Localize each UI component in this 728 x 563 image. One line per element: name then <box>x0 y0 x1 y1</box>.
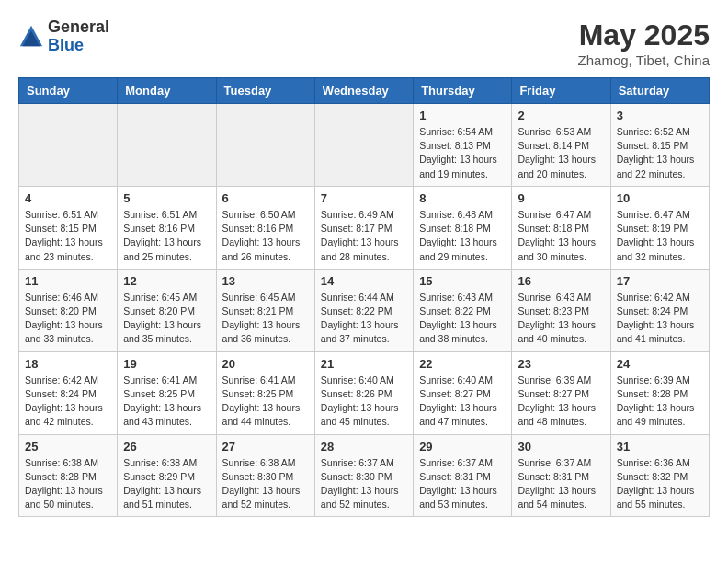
calendar-cell: 19Sunrise: 6:41 AMSunset: 8:25 PMDayligh… <box>118 351 216 434</box>
calendar-cell: 10Sunrise: 6:47 AMSunset: 8:19 PMDayligh… <box>610 186 709 269</box>
calendar-cell: 2Sunrise: 6:53 AMSunset: 8:14 PMDaylight… <box>512 104 610 187</box>
calendar-cell: 27Sunrise: 6:38 AMSunset: 8:30 PMDayligh… <box>216 434 314 517</box>
day-info: Sunrise: 6:49 AMSunset: 8:17 PMDaylight:… <box>321 208 407 264</box>
day-info: Sunrise: 6:43 AMSunset: 8:23 PMDaylight:… <box>518 291 604 347</box>
calendar-cell: 1Sunrise: 6:54 AMSunset: 8:13 PMDaylight… <box>414 104 512 187</box>
calendar-week-4: 18Sunrise: 6:42 AMSunset: 8:24 PMDayligh… <box>19 351 710 434</box>
calendar-cell: 29Sunrise: 6:37 AMSunset: 8:31 PMDayligh… <box>414 434 512 517</box>
calendar-cell <box>19 104 118 187</box>
day-number: 20 <box>222 357 309 371</box>
calendar-cell: 30Sunrise: 6:37 AMSunset: 8:31 PMDayligh… <box>512 434 610 517</box>
day-info: Sunrise: 6:44 AMSunset: 8:22 PMDaylight:… <box>321 291 407 347</box>
day-number: 29 <box>419 440 506 454</box>
logo-icon <box>18 24 44 50</box>
calendar-cell: 9Sunrise: 6:47 AMSunset: 8:18 PMDaylight… <box>512 186 610 269</box>
day-number: 14 <box>321 274 407 288</box>
calendar-cell: 23Sunrise: 6:39 AMSunset: 8:27 PMDayligh… <box>512 351 610 434</box>
day-number: 5 <box>123 191 210 205</box>
header-friday: Friday <box>512 78 610 104</box>
calendar-cell: 14Sunrise: 6:44 AMSunset: 8:22 PMDayligh… <box>314 269 413 351</box>
day-number: 28 <box>321 440 407 454</box>
logo: General Blue <box>18 18 109 55</box>
calendar-cell: 31Sunrise: 6:36 AMSunset: 8:32 PMDayligh… <box>610 434 709 517</box>
calendar-cell: 21Sunrise: 6:40 AMSunset: 8:26 PMDayligh… <box>314 351 413 434</box>
location-subtitle: Zhamog, Tibet, China <box>578 52 710 68</box>
day-number: 25 <box>25 440 111 454</box>
day-info: Sunrise: 6:37 AMSunset: 8:30 PMDaylight:… <box>321 456 407 512</box>
day-info: Sunrise: 6:47 AMSunset: 8:19 PMDaylight:… <box>617 208 703 264</box>
calendar-cell: 28Sunrise: 6:37 AMSunset: 8:30 PMDayligh… <box>314 434 413 517</box>
day-info: Sunrise: 6:38 AMSunset: 8:30 PMDaylight:… <box>222 456 309 512</box>
day-number: 15 <box>419 274 506 288</box>
page-header: General Blue May 2025 Zhamog, Tibet, Chi… <box>18 18 710 68</box>
day-info: Sunrise: 6:38 AMSunset: 8:28 PMDaylight:… <box>25 456 111 512</box>
day-number: 26 <box>123 440 210 454</box>
day-info: Sunrise: 6:43 AMSunset: 8:22 PMDaylight:… <box>419 291 506 347</box>
calendar-header-row: SundayMondayTuesdayWednesdayThursdayFrid… <box>19 78 710 104</box>
header-wednesday: Wednesday <box>314 78 413 104</box>
day-info: Sunrise: 6:38 AMSunset: 8:29 PMDaylight:… <box>123 456 210 512</box>
day-number: 13 <box>222 274 309 288</box>
header-thursday: Thursday <box>414 78 512 104</box>
calendar-table: SundayMondayTuesdayWednesdayThursdayFrid… <box>18 77 710 517</box>
calendar-cell: 17Sunrise: 6:42 AMSunset: 8:24 PMDayligh… <box>610 269 709 351</box>
calendar-cell: 22Sunrise: 6:40 AMSunset: 8:27 PMDayligh… <box>414 351 512 434</box>
calendar-week-2: 4Sunrise: 6:51 AMSunset: 8:15 PMDaylight… <box>19 186 710 269</box>
calendar-cell <box>314 104 413 187</box>
day-info: Sunrise: 6:41 AMSunset: 8:25 PMDaylight:… <box>222 373 309 430</box>
day-number: 6 <box>222 191 309 205</box>
day-number: 21 <box>321 357 407 371</box>
day-number: 16 <box>518 274 604 288</box>
day-number: 1 <box>419 109 506 122</box>
day-number: 8 <box>419 191 506 205</box>
day-info: Sunrise: 6:42 AMSunset: 8:24 PMDaylight:… <box>617 291 703 347</box>
day-info: Sunrise: 6:45 AMSunset: 8:21 PMDaylight:… <box>222 291 309 347</box>
day-info: Sunrise: 6:53 AMSunset: 8:14 PMDaylight:… <box>518 125 604 181</box>
day-number: 17 <box>617 274 703 288</box>
day-number: 2 <box>518 109 604 122</box>
calendar-week-5: 25Sunrise: 6:38 AMSunset: 8:28 PMDayligh… <box>19 434 710 517</box>
day-info: Sunrise: 6:47 AMSunset: 8:18 PMDaylight:… <box>518 208 604 264</box>
calendar-cell: 4Sunrise: 6:51 AMSunset: 8:15 PMDaylight… <box>19 186 118 269</box>
calendar-cell: 12Sunrise: 6:45 AMSunset: 8:20 PMDayligh… <box>118 269 216 351</box>
day-number: 7 <box>321 191 407 205</box>
day-number: 31 <box>617 440 703 454</box>
calendar-cell <box>118 104 216 187</box>
day-info: Sunrise: 6:36 AMSunset: 8:32 PMDaylight:… <box>617 456 703 512</box>
calendar-cell: 13Sunrise: 6:45 AMSunset: 8:21 PMDayligh… <box>216 269 314 351</box>
day-info: Sunrise: 6:48 AMSunset: 8:18 PMDaylight:… <box>419 208 506 264</box>
day-info: Sunrise: 6:42 AMSunset: 8:24 PMDaylight:… <box>25 373 111 430</box>
day-number: 27 <box>222 440 309 454</box>
calendar-cell: 25Sunrise: 6:38 AMSunset: 8:28 PMDayligh… <box>19 434 118 517</box>
calendar-cell: 26Sunrise: 6:38 AMSunset: 8:29 PMDayligh… <box>118 434 216 517</box>
day-info: Sunrise: 6:45 AMSunset: 8:20 PMDaylight:… <box>123 291 210 347</box>
title-block: May 2025 Zhamog, Tibet, China <box>578 18 710 68</box>
day-info: Sunrise: 6:39 AMSunset: 8:28 PMDaylight:… <box>617 373 703 430</box>
day-number: 4 <box>25 191 111 205</box>
calendar-cell: 5Sunrise: 6:51 AMSunset: 8:16 PMDaylight… <box>118 186 216 269</box>
calendar-cell: 18Sunrise: 6:42 AMSunset: 8:24 PMDayligh… <box>19 351 118 434</box>
header-monday: Monday <box>118 78 216 104</box>
calendar-cell: 16Sunrise: 6:43 AMSunset: 8:23 PMDayligh… <box>512 269 610 351</box>
day-info: Sunrise: 6:52 AMSunset: 8:15 PMDaylight:… <box>617 125 703 181</box>
day-number: 3 <box>617 109 703 122</box>
day-info: Sunrise: 6:41 AMSunset: 8:25 PMDaylight:… <box>123 373 210 430</box>
day-info: Sunrise: 6:37 AMSunset: 8:31 PMDaylight:… <box>419 456 506 512</box>
calendar-week-1: 1Sunrise: 6:54 AMSunset: 8:13 PMDaylight… <box>19 104 710 187</box>
day-info: Sunrise: 6:54 AMSunset: 8:13 PMDaylight:… <box>419 125 506 181</box>
month-year-title: May 2025 <box>578 18 710 52</box>
day-number: 9 <box>518 191 604 205</box>
header-sunday: Sunday <box>19 78 118 104</box>
day-number: 30 <box>518 440 604 454</box>
calendar-week-3: 11Sunrise: 6:46 AMSunset: 8:20 PMDayligh… <box>19 269 710 351</box>
day-number: 12 <box>123 274 210 288</box>
calendar-cell: 20Sunrise: 6:41 AMSunset: 8:25 PMDayligh… <box>216 351 314 434</box>
calendar-cell: 8Sunrise: 6:48 AMSunset: 8:18 PMDaylight… <box>414 186 512 269</box>
calendar-cell: 6Sunrise: 6:50 AMSunset: 8:16 PMDaylight… <box>216 186 314 269</box>
day-info: Sunrise: 6:51 AMSunset: 8:15 PMDaylight:… <box>25 208 111 264</box>
logo-general-text: General <box>48 17 109 36</box>
day-number: 10 <box>617 191 703 205</box>
header-tuesday: Tuesday <box>216 78 314 104</box>
day-info: Sunrise: 6:40 AMSunset: 8:27 PMDaylight:… <box>419 373 506 430</box>
logo-blue-text: Blue <box>48 36 84 54</box>
